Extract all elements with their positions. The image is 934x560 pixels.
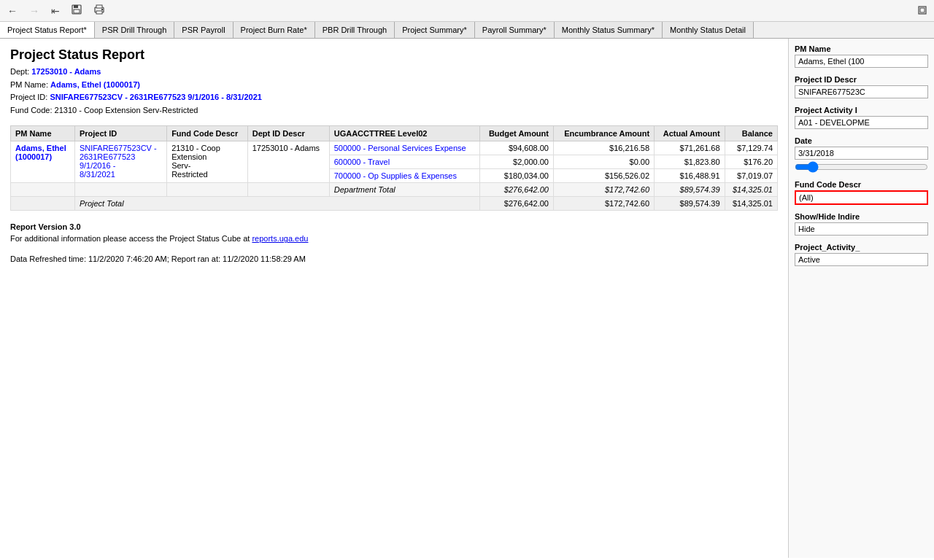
slider-container xyxy=(795,161,928,173)
table-row: Adams, Ethel(1000017) SNIFARE677523CV -2… xyxy=(11,141,778,155)
back-button[interactable]: ← xyxy=(4,4,20,18)
sidebar-project-id-label: Project ID Descr xyxy=(795,75,928,84)
cell-balance: $7,129.74 xyxy=(725,141,777,155)
cell-budget: $94,608.00 xyxy=(479,141,553,155)
project-id-value: SNIFARE677523CV - 2631RE677523 9/1/2016 … xyxy=(50,93,261,101)
dept-value: 17253010 - Adams xyxy=(31,67,101,76)
forward-button[interactable]: → xyxy=(26,4,42,18)
sidebar-show-hide-label: Show/Hide Indire xyxy=(795,212,928,221)
cell-project-id xyxy=(74,183,166,197)
cell-proj-total-label: Project Total xyxy=(74,197,479,211)
sidebar-date-value[interactable]: 3/31/2018 xyxy=(795,147,928,160)
tab-project-summary[interactable]: Project Summary* xyxy=(395,22,475,38)
sidebar-project-activity-value[interactable]: A01 - DEVELOPME xyxy=(795,116,928,129)
tabs-bar: Project Status Report* PSR Drill Through… xyxy=(0,22,934,39)
cell-ugaaccttree: 500000 - Personal Services Expense xyxy=(329,141,479,155)
sidebar-date-section: Date 3/31/2018 xyxy=(795,136,928,173)
col-encumbrance: Encumbrance Amount xyxy=(553,126,654,141)
sidebar-project-id-section: Project ID Descr SNIFARE677523C xyxy=(795,75,928,98)
tab-project-burn-rate[interactable]: Project Burn Rate* xyxy=(234,22,315,38)
cell-fund-code xyxy=(167,183,248,197)
date-slider[interactable] xyxy=(795,161,928,173)
cell-encumbrance: $172,742.60 xyxy=(553,197,654,211)
cell-actual: $89,574.39 xyxy=(655,197,725,211)
sidebar-pm-name-section: PM Name Adams, Ethel (100 xyxy=(795,44,928,68)
sidebar-fund-code-value[interactable]: (All) xyxy=(795,190,928,205)
report-area: Project Status Report Dept: 17253010 - A… xyxy=(0,39,788,558)
sidebar-project-activity-status-value[interactable]: Active xyxy=(795,253,928,266)
cell-actual: $89,574.39 xyxy=(655,183,725,197)
cell-pm xyxy=(11,183,75,197)
svg-rect-8 xyxy=(920,8,925,12)
svg-rect-2 xyxy=(74,9,80,13)
tab-psr-payroll[interactable]: PSR Payroll xyxy=(174,22,233,38)
cell-project-id: SNIFARE677523CV -2631RE6775239/1/2016 -8… xyxy=(74,141,166,183)
footer-link[interactable]: reports.uga.edu xyxy=(252,234,308,243)
report-meta: Dept: 17253010 - Adams PM Name: Adams, E… xyxy=(10,66,778,117)
col-actual: Actual Amount xyxy=(655,126,725,141)
tab-monthly-status-summary[interactable]: Monthly Status Summary* xyxy=(555,22,663,38)
cell-budget: $2,000.00 xyxy=(479,155,553,169)
sidebar-show-hide-value[interactable]: Hide xyxy=(795,222,928,236)
col-pm-name: PM Name xyxy=(11,126,75,141)
cell-ugaaccttree: Department Total xyxy=(329,183,479,197)
cell-balance: $14,325.01 xyxy=(725,183,777,197)
report-footer: Report Version 3.0 For additional inform… xyxy=(10,222,778,243)
svg-rect-5 xyxy=(96,11,102,14)
col-budget: Budget Amount xyxy=(479,126,553,141)
col-ugaaccttree: UGAACCTTREE Level02 xyxy=(329,126,479,141)
print-button[interactable] xyxy=(90,3,108,18)
back-alt-button[interactable]: ⇤ xyxy=(48,4,63,18)
cell-budget: $180,034.00 xyxy=(479,169,553,183)
cell-balance: $7,019.07 xyxy=(725,169,777,183)
sidebar-pm-name-label: PM Name xyxy=(795,44,928,53)
sidebar-date-label: Date xyxy=(795,136,928,145)
project-id-label: Project ID: xyxy=(10,93,47,101)
cell-encumbrance: $172,742.60 xyxy=(553,183,654,197)
cell-encumbrance: $156,526.02 xyxy=(553,169,654,183)
table-row: Project Total $276,642.00 $172,742.60 $8… xyxy=(11,197,778,211)
sidebar-project-activity-status-label: Project_Activity_ xyxy=(795,243,928,252)
fund-code-label: Fund Code: xyxy=(10,106,52,114)
cell-pm: Adams, Ethel(1000017) xyxy=(11,141,75,183)
tab-project-status-report[interactable]: Project Status Report* xyxy=(0,22,95,39)
cell-budget: $276,642.00 xyxy=(479,197,553,211)
sidebar-fund-code-section: Fund Code Descr (All) xyxy=(795,180,928,205)
cell-actual: $16,488.91 xyxy=(655,169,725,183)
col-balance: Balance xyxy=(725,126,777,141)
save-button[interactable] xyxy=(69,3,85,18)
cell-ugaaccttree: 600000 - Travel xyxy=(329,155,479,169)
col-dept-id: Dept ID Descr xyxy=(247,126,329,141)
cell-pm xyxy=(11,197,75,211)
maximize-button[interactable] xyxy=(915,4,930,18)
cell-balance: $176.20 xyxy=(725,155,777,169)
sidebar-project-id-value[interactable]: SNIFARE677523C xyxy=(795,85,928,98)
sidebar-show-hide-section: Show/Hide Indire Hide xyxy=(795,212,928,236)
cell-actual: $1,823.80 xyxy=(655,155,725,169)
svg-rect-1 xyxy=(74,5,78,8)
cell-encumbrance: $0.00 xyxy=(553,155,654,169)
footer-text: For additional information please access… xyxy=(10,234,778,243)
col-project-id: Project ID xyxy=(74,126,166,141)
sidebar-pm-name-value[interactable]: Adams, Ethel (100 xyxy=(795,55,928,68)
main-container: Project Status Report Dept: 17253010 - A… xyxy=(0,39,934,558)
svg-rect-6 xyxy=(101,9,103,10)
cell-dept-id xyxy=(247,183,329,197)
tab-payroll-summary[interactable]: Payroll Summary* xyxy=(475,22,555,38)
table-row: Department Total $276,642.00 $172,742.60… xyxy=(11,183,778,197)
sidebar: PM Name Adams, Ethel (100 Project ID Des… xyxy=(788,39,934,558)
pm-label: PM Name: xyxy=(10,80,48,89)
tab-monthly-status-detail[interactable]: Monthly Status Detail xyxy=(663,22,754,38)
sidebar-project-activity-label: Project Activity I xyxy=(795,106,928,114)
cell-encumbrance: $16,216.58 xyxy=(553,141,654,155)
tab-pbr-drill-through[interactable]: PBR Drill Through xyxy=(315,22,395,38)
cell-dept-id: 17253010 - Adams xyxy=(247,141,329,183)
tab-psr-drill-through[interactable]: PSR Drill Through xyxy=(95,22,174,38)
report-title: Project Status Report xyxy=(10,47,778,63)
cell-balance: $14,325.01 xyxy=(725,197,777,211)
cell-fund-code: 21310 - CoopExtensionServ-Restricted xyxy=(167,141,248,183)
col-fund-code: Fund Code Descr xyxy=(167,126,248,141)
data-refresh: Data Refreshed time: 11/2/2020 7:46:20 A… xyxy=(10,254,778,263)
svg-rect-4 xyxy=(96,5,102,8)
report-version: Report Version 3.0 xyxy=(10,222,778,231)
